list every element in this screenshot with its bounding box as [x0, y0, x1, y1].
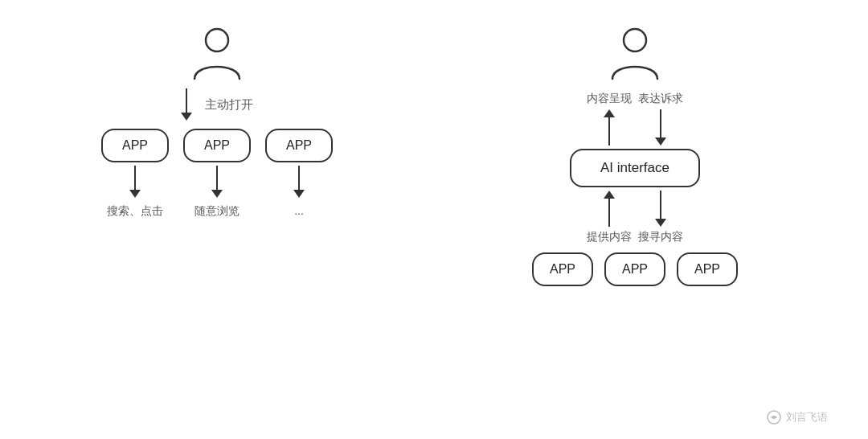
search-content-group: 搜寻内容	[638, 191, 683, 244]
left-person-icon	[191, 24, 243, 85]
right-app-box-3: APP	[677, 252, 738, 286]
left-bottom-label-3: ...	[294, 204, 304, 217]
right-app-box-2: APP	[604, 252, 665, 286]
ai-interface-box: AI interface	[570, 149, 700, 187]
svg-point-0	[206, 29, 228, 51]
provide-content-label: 提供内容	[587, 230, 632, 244]
express-demand-group: 表达诉求	[638, 92, 683, 146]
left-app-box-3: APP	[265, 129, 333, 162]
content-present-label: 内容呈现	[587, 92, 632, 106]
watermark-text: 刘言飞语	[786, 410, 828, 425]
search-content-label: 搜寻内容	[638, 230, 683, 244]
right-app-box-1: APP	[532, 252, 593, 286]
content-present-group: 内容呈现	[587, 92, 632, 146]
watermark: 刘言飞语	[767, 410, 828, 425]
right-person-icon	[609, 24, 661, 85]
svg-point-1	[624, 29, 646, 51]
left-bottom-label-2: 随意浏览	[194, 204, 240, 219]
left-app-box-1: APP	[101, 129, 169, 162]
left-app-box-2: APP	[183, 129, 251, 162]
express-demand-label: 表达诉求	[638, 92, 683, 106]
left-arrow-label: 主动打开	[205, 97, 253, 113]
left-bottom-label-1: 搜索、点击	[107, 204, 163, 219]
provide-content-group: 提供内容	[587, 191, 632, 244]
